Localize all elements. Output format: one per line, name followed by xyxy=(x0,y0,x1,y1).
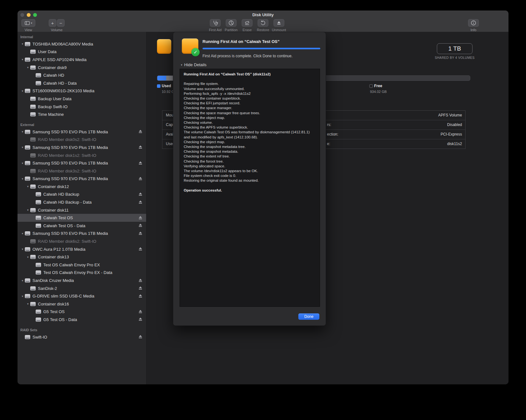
erase-label: Erase xyxy=(243,28,252,32)
erase-button[interactable] xyxy=(242,19,252,27)
sidebar-item-sandisk-2[interactable]: SanDisk-2 xyxy=(18,284,146,292)
disclosure-triangle-icon[interactable]: ▾ xyxy=(20,248,25,251)
disclosure-triangle-icon[interactable]: ▾ xyxy=(20,89,25,93)
eject-icon[interactable] xyxy=(139,310,142,314)
remove-volume-button[interactable]: − xyxy=(57,19,65,27)
sidebar-item-label: User Data xyxy=(38,49,142,54)
disk-icon xyxy=(25,177,30,181)
sidebar-item-samsung-ssd-970-evo-plus-1tb-media[interactable]: ▾Samsung SSD 970 EVO Plus 1TB Media xyxy=(18,230,146,238)
eject-icon[interactable] xyxy=(139,130,142,134)
eject-icon[interactable] xyxy=(139,247,142,251)
disk-icon xyxy=(36,263,41,267)
eject-icon[interactable] xyxy=(139,192,142,196)
toolbar-actions: First Aid Partition Eras xyxy=(207,19,287,32)
disclosure-triangle-icon[interactable]: ▾ xyxy=(20,177,25,180)
eject-icon[interactable] xyxy=(139,161,142,165)
disk-icon xyxy=(30,239,36,243)
disclosure-triangle-icon[interactable]: ▾ xyxy=(20,162,25,165)
disclosure-triangle-icon[interactable]: ▾ xyxy=(25,256,30,259)
info-right-label: e: xyxy=(327,139,330,149)
sidebar-item-calwah-test-os[interactable]: Calwah Test OS xyxy=(18,214,146,222)
add-volume-button[interactable]: + xyxy=(49,19,56,27)
disclosure-triangle-icon[interactable]: ▾ xyxy=(20,130,25,133)
chevron-down-icon: ▾ xyxy=(31,22,32,24)
unmount-button[interactable] xyxy=(274,19,284,27)
sidebar-item-label: Calwah HD Backup - Data xyxy=(43,200,137,205)
capacity-used-segment xyxy=(157,76,166,80)
sidebar-item-g5-test-os-data[interactable]: G5 Test OS - Data xyxy=(18,316,146,324)
sidebar-item-container-disk16[interactable]: ▾Container disk16 xyxy=(18,300,146,308)
sidebar-item-container-disk12[interactable]: ▾Container disk12 xyxy=(18,183,146,191)
sidebar-item-raid-member-disk3s2-swift-io[interactable]: RAID Member disk3s2: Swift-IO xyxy=(18,167,146,175)
log-line: Checking the object map. xyxy=(184,140,316,144)
sidebar-item-calwah-hd-backup[interactable]: Calwah HD Backup xyxy=(18,191,146,199)
disclosure-triangle-icon[interactable]: ▾ xyxy=(20,58,25,61)
sidebar-item-samsung-ssd-970-evo-plus-1tb-media[interactable]: ▾Samsung SSD 970 EVO Plus 1TB Media xyxy=(18,128,146,136)
sidebar-item-calwah-hd-backup-data[interactable]: Calwah HD Backup - Data xyxy=(18,198,146,206)
disclosure-triangle-icon[interactable]: ▾ xyxy=(20,295,25,298)
sidebar-item-sandisk-cruzer-media[interactable]: ▾SanDisk Cruzer Media xyxy=(18,276,146,284)
disclosure-triangle-icon[interactable]: ▾ xyxy=(20,42,25,46)
disk-icon xyxy=(25,335,30,339)
eject-icon[interactable] xyxy=(139,335,142,339)
eject-icon[interactable] xyxy=(139,200,142,204)
sidebar-item-calwah-hd[interactable]: Calwah HD xyxy=(18,71,146,79)
disclosure-triangle-icon[interactable]: ▾ xyxy=(25,208,30,212)
used-value: 10.92 G xyxy=(162,90,174,94)
sidebar-item-g-drive-slim-ssd-usb-c-media[interactable]: ▾G-DRIVE slim SSD USB-C Media xyxy=(18,292,146,300)
sidebar-item-calwah-test-os-data[interactable]: Calwah Test OS - Data xyxy=(18,222,146,230)
done-button[interactable]: Done xyxy=(298,313,319,320)
sidebar-item-raid-member-disk0s2-swift-io[interactable]: RAID Member disk0s2: Swift-IO xyxy=(18,136,146,144)
eject-icon[interactable] xyxy=(139,294,142,298)
sidebar-item-user-data[interactable]: User Data xyxy=(18,48,146,56)
dialog-caption: First Aid process is complete. Click Don… xyxy=(203,54,293,58)
view-button[interactable]: ▾ xyxy=(21,19,35,27)
eject-icon[interactable] xyxy=(139,224,142,228)
sidebar-item-test-os-calwah-envoy-pro-ex[interactable]: Test OS Calwah Envoy Pro EX xyxy=(18,261,146,269)
disclosure-triangle-icon[interactable]: ▾ xyxy=(25,185,30,188)
info-button[interactable] xyxy=(468,19,479,27)
sidebar-item-label: RAID Member disk0s2: Swift-IO xyxy=(38,137,142,142)
partition-button[interactable] xyxy=(226,19,237,27)
disclosure-triangle-icon[interactable]: ▾ xyxy=(25,66,30,69)
disclosure-triangle-icon[interactable]: ▾ xyxy=(20,279,25,282)
sidebar-item-owc-aura-p12-1-0tb-media[interactable]: ▾OWC Aura P12 1.0TB Media xyxy=(18,245,146,253)
sidebar-item-samsung-ssd-970-evo-plus-1tb-media[interactable]: ▾Samsung SSD 970 EVO Plus 1TB Media xyxy=(18,144,146,151)
sidebar-item-label: Time Machine xyxy=(38,112,142,117)
restore-button[interactable] xyxy=(258,19,268,27)
sidebar-item-calwah-hd-data[interactable]: Calwah HD - Data xyxy=(18,79,146,87)
sidebar-item-swift-io[interactable]: Swift-IO xyxy=(18,333,146,341)
sidebar-item-label: ST16000NM001G-2KK103 Media xyxy=(32,88,142,93)
partition-label: Partition xyxy=(225,28,238,32)
sidebar-item-test-os-calwah-envoy-pro-ex-data[interactable]: Test OS Calwah Envoy Pro EX - Data xyxy=(18,269,146,277)
disclosure-triangle-icon[interactable]: ▾ xyxy=(20,232,25,235)
sidebar-item-g5-test-os[interactable]: G5 Test OS xyxy=(18,308,146,316)
eject-icon[interactable] xyxy=(139,318,142,321)
eject-icon[interactable] xyxy=(139,232,142,235)
sidebar-item-container-disk13[interactable]: ▾Container disk13 xyxy=(18,253,146,261)
disk-icon xyxy=(36,310,41,314)
sidebar-item-backup-user-data[interactable]: Backup User Data xyxy=(18,95,146,103)
sidebar-item-time-machine[interactable]: Time Machine xyxy=(18,110,146,118)
sidebar-item-raid-member-disk6s2-swift-io[interactable]: RAID Member disk6s2: Swift-IO xyxy=(18,237,146,245)
eject-icon[interactable] xyxy=(139,279,142,283)
sidebar-item-label: Calwah HD - Data xyxy=(43,81,142,86)
sidebar-item-st16000nm001g-2kk103-media[interactable]: ▾ST16000NM001G-2KK103 Media xyxy=(18,87,146,95)
hide-details-toggle[interactable]: ▾ Hide Details xyxy=(181,62,207,67)
sidebar-item-container-disk11[interactable]: ▾Container disk11 xyxy=(18,206,146,214)
log-line: The volume /dev/rdisk11s2 appears to be … xyxy=(184,169,316,173)
eject-icon[interactable] xyxy=(139,216,142,220)
sidebar-item-backup-swift-io[interactable]: Backup Swift-IO xyxy=(18,103,146,111)
sidebar-item-raid-member-disk1s2-swift-io[interactable]: RAID Member disk1s2: Swift-IO xyxy=(18,151,146,159)
eject-icon[interactable] xyxy=(139,286,142,290)
first-aid-button[interactable] xyxy=(210,19,221,27)
sidebar-item-toshiba-md06aca800v-media[interactable]: ▾TOSHIBA MD06ACA800V Media xyxy=(18,40,146,48)
eject-icon[interactable] xyxy=(139,177,142,181)
sidebar-item-apple-ssd-ap1024n-media[interactable]: ▾APPLE SSD AP1024N Media xyxy=(18,56,146,64)
disclosure-triangle-icon[interactable]: ▾ xyxy=(25,302,30,305)
sidebar-item-samsung-ssd-970-evo-plus-2tb-media[interactable]: ▾Samsung SSD 970 EVO Plus 2TB Media xyxy=(18,175,146,183)
disclosure-triangle-icon[interactable]: ▾ xyxy=(20,146,25,149)
sidebar-item-container-disk9[interactable]: ▾Container disk9 xyxy=(18,64,146,72)
sidebar-item-samsung-ssd-970-evo-plus-1tb-media[interactable]: ▾Samsung SSD 970 EVO Plus 1TB Media xyxy=(18,159,146,167)
eject-icon[interactable] xyxy=(139,145,142,149)
